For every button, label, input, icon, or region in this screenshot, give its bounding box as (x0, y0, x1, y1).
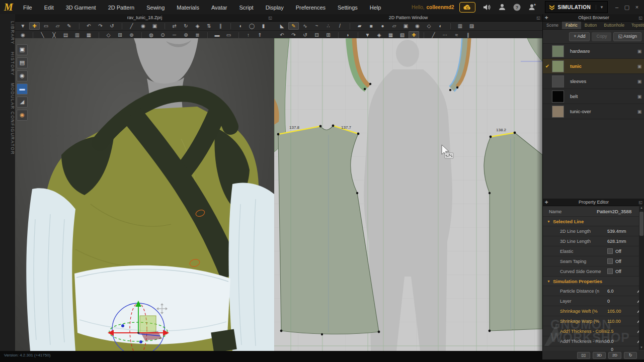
pair-up-icon[interactable]: ⇅ (204, 22, 214, 30)
collapse-arrow-icon[interactable]: ▼ (547, 220, 550, 223)
clone-layer-under-icon[interactable]: ⊟ (311, 31, 322, 39)
internal-rect-icon[interactable]: ▣ (400, 22, 411, 30)
tab-topstitch[interactable]: Topstitch (628, 22, 644, 29)
seam-parallel-icon[interactable]: ∥ (463, 31, 473, 39)
property-value[interactable]: 6.0 (607, 289, 614, 294)
trace-icon[interactable]: ↶ (277, 31, 287, 39)
checkbox[interactable] (607, 248, 613, 254)
move-pattern-icon[interactable]: ⇄ (169, 22, 180, 30)
edit-curve-point-icon[interactable]: ~ (311, 22, 322, 30)
pattern-2d-canvas[interactable]: 137.8 137.7 138.2 (274, 38, 542, 351)
save-icon[interactable]: ▣ (634, 49, 644, 54)
menu-sewing[interactable]: Sewing (140, 5, 171, 11)
viewport-3d-canvas[interactable]: ▣▤◉▬◢◉ (15, 38, 274, 351)
menu-preferences[interactable]: Preferences (290, 5, 332, 11)
show-garment-alt-icon[interactable]: ▤ (17, 57, 28, 68)
edit-pattern-icon[interactable]: ✎ (288, 22, 299, 30)
menu-file[interactable]: File (17, 5, 38, 11)
pleats-icon[interactable]: ▥ (455, 22, 465, 30)
add-point-icon[interactable]: ∴ (323, 22, 334, 30)
show-garment-icon[interactable]: ▣ (17, 44, 28, 55)
fabric-row-sleeves[interactable]: sleeves▣ (543, 74, 644, 89)
round-dart-icon[interactable]: ◐ (435, 22, 446, 30)
fabric-row-tunic[interactable]: ✔tunic▣ (543, 59, 644, 74)
needle-icon[interactable]: ↑ (243, 31, 254, 39)
property-value[interactable]: 110.00 (607, 319, 621, 324)
property-value[interactable]: 0 (607, 299, 610, 304)
help-button[interactable]: ? (511, 2, 524, 13)
tape-measure-icon[interactable]: ╲ (37, 31, 48, 39)
transform-pattern-icon[interactable]: ▱ (52, 22, 63, 30)
menu-materials[interactable]: Materials (171, 5, 205, 11)
fold-right-icon[interactable]: ↺ (107, 22, 117, 30)
pair-parallel-icon[interactable]: ∥ (215, 22, 226, 30)
dart-icon[interactable]: ◇ (424, 22, 434, 30)
flatten-mesh-icon[interactable]: ⊚ (126, 31, 137, 39)
sync-view-button[interactable]: ↻ (624, 352, 637, 359)
fabric-row-belt[interactable]: belt▣ (543, 89, 644, 104)
select-move-icon[interactable]: ✚ (29, 22, 40, 30)
menu-2d-pattern[interactable]: 2D Pattern (102, 5, 141, 11)
attach-icon[interactable]: ◈ (192, 22, 203, 30)
edit-curvature-icon[interactable]: ∿ (300, 22, 310, 30)
rotate-pattern-icon[interactable]: ↻ (181, 22, 191, 30)
grade-points-icon[interactable]: ✚ (409, 31, 419, 39)
show-garment-2d-icon[interactable]: ▼ (362, 31, 373, 39)
tab-button[interactable]: Button (581, 22, 601, 29)
property-value[interactable]: 0.0 (607, 339, 614, 344)
simulate-icon[interactable]: ▼ (18, 22, 28, 30)
tab-buttonhole[interactable]: Buttonhole (600, 22, 628, 29)
tab-scene[interactable]: Scene (543, 22, 562, 29)
rail-tab-modular-configurator[interactable]: MODULAR CONFIGURATOR (0, 83, 15, 155)
detach-window-icon[interactable]: ◱ (268, 15, 272, 22)
tape-cross-icon[interactable]: ╳ (49, 31, 59, 39)
seam-wave-icon[interactable]: ≈ (451, 31, 462, 39)
measure-bar-icon[interactable]: ▮ (258, 22, 269, 30)
pen-icon[interactable]: ✎ (64, 22, 74, 30)
button-icon[interactable]: ◍ (146, 31, 156, 39)
property-value[interactable]: 628.1mm (607, 239, 626, 244)
menu-display[interactable]: Display (260, 5, 290, 11)
fabric-row-hardware[interactable]: hardware▣ (543, 44, 644, 59)
fabric-swatch[interactable] (552, 75, 564, 87)
fold-arrange-icon[interactable]: ↶ (84, 22, 94, 30)
menu-edit[interactable]: Edit (38, 5, 60, 11)
avatar-skin-icon[interactable]: ◉ (17, 110, 28, 121)
zipper-icon[interactable]: ≣ (192, 31, 203, 39)
view-3d-button[interactable]: 3D (593, 352, 606, 359)
fit-map-icon[interactable]: ▤ (60, 31, 71, 39)
scrollbar-thumb[interactable] (639, 212, 643, 236)
save-icon[interactable]: ▣ (634, 109, 644, 114)
texture-map-icon[interactable]: ▧ (397, 31, 408, 39)
pin-icon[interactable]: ✚ (545, 15, 548, 22)
maximize-button[interactable]: ▢ (622, 4, 632, 11)
fold-left-icon[interactable]: ↷ (95, 22, 106, 30)
fabric-library-icon[interactable]: ▬ (17, 83, 28, 95)
avatar-display-icon[interactable]: ◉ (18, 31, 28, 39)
simulation-mode-dropdown[interactable]: SIMULATION ▼ (545, 1, 608, 13)
texture-edit-icon[interactable]: ▦ (385, 31, 396, 39)
copy-button[interactable]: Copy (592, 32, 611, 41)
tab-fabric[interactable]: Fabric (562, 22, 581, 29)
detach-window-icon[interactable]: ◱ (638, 15, 642, 22)
scroll-up-icon[interactable]: ▲ (639, 206, 644, 210)
pleats-fold-icon[interactable]: ▨ (466, 22, 477, 30)
pin-icon[interactable]: ╱ (126, 22, 137, 30)
cloud-sync-button[interactable]: C (459, 2, 475, 13)
close-button[interactable]: × (632, 4, 642, 10)
pump-icon[interactable]: ⇑ (255, 31, 265, 39)
seam-line-icon[interactable]: ╱ (428, 31, 439, 39)
internal-circle-icon[interactable]: ◉ (412, 22, 423, 30)
show-avatar-icon[interactable]: ◉ (17, 70, 28, 81)
edit-seam-icon[interactable]: / (335, 22, 345, 30)
trace-copy-icon[interactable]: ↷ (288, 31, 299, 39)
fabric-swatch[interactable] (552, 90, 564, 103)
rectangle-icon[interactable]: ■ (366, 22, 376, 30)
menu-help[interactable]: Help (364, 5, 387, 11)
lock-stitch-icon[interactable]: ⊜ (181, 31, 191, 39)
rail-tab-library[interactable]: LIBRARY (0, 21, 15, 45)
bind-icon[interactable]: ▦ (84, 31, 94, 39)
flatten-icon[interactable]: ◇ (103, 31, 114, 39)
viewport-3d-titlebar[interactable]: rav_tunic_18.Zprj ◱ (15, 14, 274, 22)
fabric-swatch[interactable] (552, 45, 564, 57)
